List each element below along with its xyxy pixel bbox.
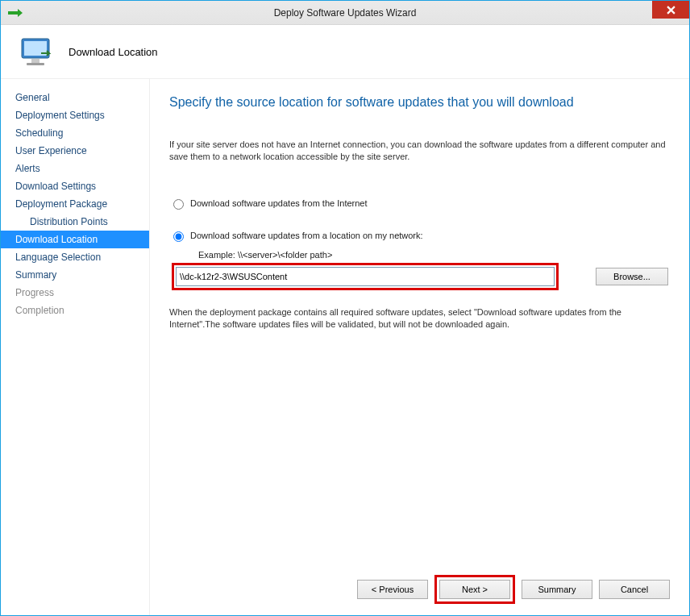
next-highlight: Next > — [434, 575, 515, 604]
sidebar-item-progress[interactable]: Progress — [1, 284, 149, 302]
sidebar-item-deployment-package[interactable]: Deployment Package — [1, 195, 149, 213]
close-button[interactable] — [652, 1, 689, 19]
wizard-window: Deploy Software Updates Wizard Download … — [0, 0, 690, 616]
wizard-body: General Deployment Settings Scheduling U… — [1, 78, 689, 615]
radio-network[interactable]: Download software updates from a locatio… — [169, 229, 670, 242]
svg-rect-3 — [27, 63, 44, 65]
page-header: Download Location — [1, 25, 689, 78]
titlebar: Deploy Software Updates Wizard — [1, 1, 689, 25]
note-text: When the deployment package contains all… — [169, 306, 670, 331]
sidebar-item-completion[interactable]: Completion — [1, 302, 149, 319]
next-button[interactable]: Next > — [439, 580, 510, 599]
svg-rect-2 — [31, 59, 39, 63]
intro-text: If your site server does not have an Int… — [169, 139, 670, 163]
radio-network-input[interactable] — [173, 231, 184, 242]
page-title: Download Location — [69, 46, 158, 58]
sidebar-item-deployment-settings[interactable]: Deployment Settings — [1, 106, 149, 124]
sidebar-item-distribution-points[interactable]: Distribution Points — [1, 213, 149, 231]
network-path-input[interactable] — [176, 267, 555, 286]
sidebar-item-summary[interactable]: Summary — [1, 266, 149, 284]
monitor-icon — [17, 32, 56, 71]
sidebar-item-language-selection[interactable]: Language Selection — [1, 248, 149, 266]
radio-internet-input[interactable] — [173, 199, 184, 210]
sidebar-item-user-experience[interactable]: User Experience — [1, 142, 149, 160]
main-panel: Specify the source location for software… — [150, 79, 689, 615]
example-label: Example: \\<server>\<folder path> — [198, 250, 670, 260]
radio-internet[interactable]: Download software updates from the Inter… — [169, 197, 670, 210]
sidebar-item-download-settings[interactable]: Download Settings — [1, 177, 149, 195]
main-heading: Specify the source location for software… — [169, 95, 670, 110]
radio-network-label: Download software updates from a locatio… — [190, 231, 423, 240]
path-highlight — [172, 263, 559, 290]
sidebar-item-download-location[interactable]: Download Location — [1, 231, 149, 248]
back-arrow-icon[interactable] — [6, 3, 25, 23]
path-row: Browse... — [169, 263, 670, 290]
sidebar-item-scheduling[interactable]: Scheduling — [1, 124, 149, 142]
wizard-footer: < Previous Next > Summary Cancel — [169, 565, 670, 604]
radio-internet-label: Download software updates from the Inter… — [190, 198, 368, 208]
browse-button[interactable]: Browse... — [596, 268, 668, 285]
sidebar: General Deployment Settings Scheduling U… — [1, 79, 150, 615]
previous-button[interactable]: < Previous — [357, 580, 428, 599]
window-title: Deploy Software Updates Wizard — [1, 7, 689, 19]
summary-button[interactable]: Summary — [522, 580, 592, 599]
sidebar-item-alerts[interactable]: Alerts — [1, 160, 149, 177]
cancel-button[interactable]: Cancel — [599, 580, 670, 599]
sidebar-item-general[interactable]: General — [1, 89, 149, 106]
